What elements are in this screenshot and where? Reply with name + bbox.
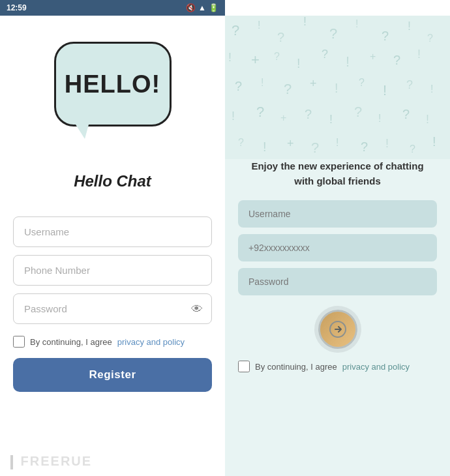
right-terms-label: By continuing, I agree [255,362,337,372]
right-privacy-policy-link[interactable]: privacy and policy [342,362,410,372]
eye-icon[interactable]: 👁 [191,302,203,316]
submit-button[interactable] [318,310,357,349]
phone-group [13,255,212,286]
svg-text:!: ! [228,51,232,64]
watermark: FREERUE [10,454,92,469]
terms-checkbox[interactable] [13,336,25,348]
main-content: HELLO! Hello Chat 👁 By continuing, I agr… [0,16,450,476]
left-panel: HELLO! Hello Chat 👁 By continuing, I agr… [0,16,225,476]
right-title: Enjoy the new experience of chattingwith… [251,159,423,188]
watermark-bar [10,455,13,469]
status-time: 12:59 [7,3,27,12]
password-group: 👁 [13,293,212,324]
terms-label: By continuing, I agree [30,337,112,347]
terms-row: By continuing, I agree privacy and polic… [13,336,212,348]
password-input[interactable] [13,293,212,324]
status-icons: 🔇 ▲ 🔋 [186,3,218,12]
right-password-input[interactable] [238,268,437,295]
right-terms-row: By continuing, I agree privacy and polic… [238,361,437,372]
speech-bubble: HELLO! [54,42,172,126]
right-panel: ? ! ? ! ? ! ? ! ? ! + ? ! ? ! + ? ! ? ! [225,16,450,476]
svg-text:!: ! [303,16,307,28]
right-phone-input[interactable] [238,234,437,261]
right-content: Enjoy the new experience of chattingwith… [238,29,437,372]
battery-icon: 🔋 [209,3,218,12]
notification-icon: 🔇 [186,3,196,12]
phone-input[interactable] [13,255,212,286]
right-terms-checkbox[interactable] [238,361,250,372]
register-button[interactable]: Register [13,358,212,392]
privacy-policy-link[interactable]: privacy and policy [117,337,185,347]
svg-text:!: ! [355,18,358,29]
username-input[interactable] [13,216,212,247]
wifi-icon: ▲ [198,3,206,12]
svg-text:!: ! [232,110,235,123]
logo-area: HELLO! Hello Chat [54,42,172,203]
username-group [13,216,212,247]
status-bar: 12:59 🔇 ▲ 🔋 [0,0,225,16]
right-username-input[interactable] [238,200,437,228]
hello-text: HELLO! [65,70,160,98]
app-title: Hello Chat [74,172,151,190]
